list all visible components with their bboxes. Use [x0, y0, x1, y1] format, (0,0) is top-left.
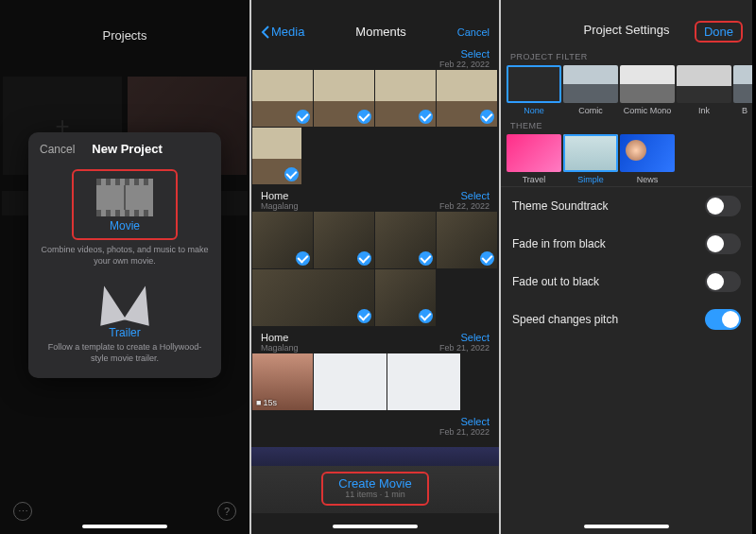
toggle-fade-out[interactable] [705, 271, 741, 292]
moments-title: Moments [355, 25, 405, 39]
row-speed-pitch: Speed changes pitch [501, 301, 752, 338]
video-duration: ■15s [256, 398, 277, 407]
thumb-row [251, 211, 499, 326]
more-icon[interactable]: ⋯ [13, 502, 32, 521]
section-sub: Magalang [261, 343, 299, 353]
trailer-label: Trailer [40, 326, 210, 339]
help-icon[interactable]: ? [217, 502, 236, 521]
section-sub: Magalang [261, 201, 299, 211]
create-label: Create Movie [338, 476, 411, 491]
movie-label: Movie [96, 219, 153, 233]
thumb-row [251, 69, 499, 184]
filmstrip-icon [96, 179, 153, 216]
section-date: Feb 22, 2022 [439, 60, 490, 69]
check-icon [480, 110, 494, 124]
theme-strip[interactable]: Travel Simple News [501, 134, 752, 184]
projects-title: Projects [0, 0, 249, 60]
trailer-option[interactable]: Trailer Follow a template to create a Ho… [28, 280, 221, 377]
media-thumb[interactable] [375, 212, 436, 268]
pane-moments: Media Moments Cancel Select Feb 22, 2022 [249, 0, 501, 534]
create-movie-button[interactable]: Create Movie 11 items · 1 min [321, 472, 428, 506]
check-icon [419, 251, 433, 266]
row-label: Fade out to black [512, 275, 599, 288]
select-label: Select [460, 416, 490, 427]
theme-news[interactable]: News [620, 134, 675, 184]
theme-section-label: THEME [501, 115, 752, 134]
video-icon: ■ [256, 398, 261, 407]
back-media-button[interactable]: Media [261, 25, 304, 39]
select-button[interactable]: Select Feb 21, 2022 [439, 332, 490, 353]
pane-new-project: Projects + Cancel New Project Movie Comb… [0, 0, 249, 534]
check-icon [419, 309, 433, 323]
row-fade-out: Fade out to black [501, 263, 752, 301]
done-button[interactable]: Done [695, 21, 743, 43]
check-icon [357, 251, 371, 266]
toggle-speed-pitch[interactable] [705, 309, 741, 330]
media-thumb[interactable] [314, 353, 387, 410]
check-icon [284, 167, 299, 181]
check-icon [357, 309, 371, 323]
create-sub: 11 items · 1 min [338, 490, 411, 499]
check-icon [296, 110, 310, 124]
theme-travel[interactable]: Travel [507, 134, 561, 184]
movie-option[interactable]: Movie Combine videos, photos, and music … [28, 164, 221, 280]
section-date: Feb 22, 2022 [439, 201, 490, 211]
home-indicator [333, 525, 418, 528]
filter-strip[interactable]: None Comic Comic Mono Ink B [501, 65, 752, 115]
row-theme-soundtrack: Theme Soundtrack [501, 187, 752, 225]
home-indicator [584, 525, 669, 528]
select-label: Select [460, 332, 490, 343]
media-thumb[interactable] [252, 128, 301, 184]
row-label: Speed changes pitch [512, 313, 618, 326]
media-thumb[interactable] [252, 70, 313, 127]
row-label: Theme Soundtrack [512, 199, 608, 213]
spotlight-icon [99, 285, 150, 323]
create-movie-bar: Create Movie 11 items · 1 min [251, 466, 499, 513]
select-label: Select [460, 190, 490, 201]
sheet-title: New Project [92, 142, 162, 156]
select-button[interactable]: Select Feb 22, 2022 [439, 48, 490, 69]
filter-none[interactable]: None [507, 65, 561, 115]
media-thumb[interactable] [314, 70, 374, 127]
filter-section-label: PROJECT FILTER [501, 46, 752, 65]
check-icon [296, 251, 310, 266]
pane-project-settings: Project Settings Done PROJECT FILTER Non… [501, 0, 752, 534]
back-label: Media [271, 25, 304, 39]
media-thumb[interactable] [314, 212, 374, 268]
new-project-sheet: Cancel New Project Movie Combine videos,… [28, 132, 221, 378]
select-button[interactable]: Select Feb 22, 2022 [439, 190, 490, 211]
movie-desc: Combine videos, photos, and music to mak… [40, 244, 210, 267]
theme-simple[interactable]: Simple [563, 134, 618, 184]
filter-comic[interactable]: Comic [563, 65, 618, 115]
select-button[interactable]: Select Feb 21, 2022 [439, 416, 490, 437]
media-thumb[interactable] [437, 70, 497, 127]
section-date: Feb 21, 2022 [439, 343, 490, 353]
settings-title: Project Settings [583, 23, 669, 37]
chevron-left-icon [261, 26, 269, 39]
select-label: Select [460, 48, 490, 60]
home-indicator [82, 525, 167, 528]
media-thumb[interactable] [375, 269, 436, 326]
media-thumb[interactable]: ■15s [252, 353, 313, 410]
trailer-desc: Follow a template to create a Hollywood-… [40, 341, 210, 364]
toggle-theme-soundtrack[interactable] [705, 196, 741, 216]
filter-ink[interactable]: Ink [677, 65, 731, 115]
media-thumb[interactable] [252, 269, 374, 326]
cancel-button[interactable]: Cancel [457, 26, 490, 38]
media-thumb[interactable] [375, 70, 436, 127]
section-date: Feb 21, 2022 [439, 427, 490, 437]
section-name: Home [261, 332, 288, 343]
filter-more[interactable]: B [733, 65, 752, 115]
media-thumb[interactable] [437, 212, 497, 268]
check-icon [419, 110, 433, 124]
media-thumb[interactable] [252, 212, 313, 268]
thumb-row: ■15s [251, 353, 499, 410]
check-icon [357, 110, 371, 124]
check-icon [480, 251, 494, 266]
section-name: Home [261, 190, 288, 201]
filter-comic-mono[interactable]: Comic Mono [620, 65, 675, 115]
cancel-button[interactable]: Cancel [40, 143, 75, 156]
toggle-fade-in[interactable] [705, 233, 741, 254]
media-thumb[interactable] [387, 353, 460, 410]
row-label: Fade in from black [512, 237, 606, 250]
